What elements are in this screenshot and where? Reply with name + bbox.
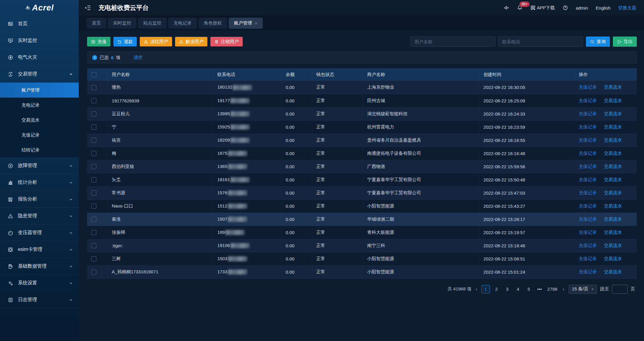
recharge-record-link[interactable]: 充值记录 bbox=[579, 124, 597, 129]
next-page-icon[interactable]: › bbox=[561, 286, 566, 292]
sidebar-item[interactable]: 隐患管理 bbox=[0, 208, 79, 225]
jump-page-input[interactable] bbox=[612, 285, 628, 294]
row-checkbox[interactable] bbox=[91, 204, 96, 209]
row-checkbox[interactable] bbox=[91, 217, 96, 222]
tab[interactable]: 角色授权 × bbox=[198, 18, 227, 29]
sidebar-item[interactable]: 电气火灾 bbox=[0, 49, 79, 66]
page-button[interactable]: 5 bbox=[525, 285, 533, 293]
sidebar-item[interactable]: 充电记录 bbox=[0, 98, 79, 113]
transaction-flow-link[interactable]: 交易流水 bbox=[604, 269, 622, 274]
recharge-record-link[interactable]: 充值记录 bbox=[579, 230, 597, 235]
recharge-record-link[interactable]: 充值记录 bbox=[579, 243, 597, 248]
sidebar-item[interactable]: 交易流水 bbox=[0, 113, 79, 128]
recharge-record-link[interactable]: 充值记录 bbox=[579, 151, 597, 156]
transaction-flow-link[interactable]: 交易流水 bbox=[604, 177, 622, 182]
page-button[interactable]: ••• bbox=[535, 285, 544, 293]
row-checkbox[interactable] bbox=[91, 85, 96, 90]
row-checkbox[interactable] bbox=[91, 230, 96, 235]
recharge-record-link[interactable]: 充值记录 bbox=[579, 111, 597, 116]
transaction-flow-link[interactable]: 交易流水 bbox=[604, 98, 622, 103]
sidebar-item[interactable]: 系统设置 bbox=[0, 275, 79, 292]
recharge-record-link[interactable]: 充值记录 bbox=[579, 177, 597, 182]
tab-close-icon[interactable]: × bbox=[255, 21, 257, 26]
username-search-input[interactable] bbox=[411, 37, 495, 47]
tab[interactable]: 实时监控 × bbox=[108, 18, 136, 29]
tab[interactable]: 站点监控 × bbox=[138, 18, 167, 29]
select-all-checkbox[interactable] bbox=[91, 72, 96, 77]
transaction-flow-link[interactable]: 交易流水 bbox=[604, 151, 622, 156]
recharge-record-link[interactable]: 充值记录 bbox=[579, 98, 597, 103]
tab[interactable]: 充电记录 × bbox=[168, 18, 197, 29]
recharge-record-link[interactable]: 充值记录 bbox=[579, 269, 597, 274]
transaction-flow-link[interactable]: 交易流水 bbox=[604, 256, 622, 261]
theme-switch-link[interactable]: 切换主题 bbox=[618, 5, 636, 11]
transaction-flow-link[interactable]: 交易流水 bbox=[604, 111, 622, 116]
page-button[interactable]: 2 bbox=[492, 285, 501, 293]
tab[interactable]: 首页 × bbox=[86, 18, 106, 29]
transaction-flow-link[interactable]: 交易流水 bbox=[604, 137, 622, 143]
recharge-record-link[interactable]: 充值记录 bbox=[579, 203, 597, 208]
recharge-record-link[interactable]: 充值记录 bbox=[579, 256, 597, 261]
row-checkbox[interactable] bbox=[91, 111, 96, 116]
row-checkbox[interactable] bbox=[91, 190, 96, 195]
transaction-flow-link[interactable]: 交易流水 bbox=[604, 190, 622, 195]
tab[interactable]: 账户管理 × bbox=[229, 18, 263, 29]
phone-search-input[interactable] bbox=[498, 37, 583, 47]
username[interactable]: admin bbox=[576, 5, 588, 10]
transaction-flow-link[interactable]: 交易流水 bbox=[604, 230, 622, 235]
page-button[interactable]: 4 bbox=[514, 285, 522, 293]
sidebar-item[interactable]: esim卡管理 bbox=[0, 241, 79, 258]
page-size-select[interactable]: 15 条/页 ∨ bbox=[569, 285, 597, 294]
prev-page-icon[interactable]: ‹ bbox=[474, 286, 479, 292]
action-button[interactable]: 退款 bbox=[113, 37, 137, 46]
sidebar-item[interactable]: 日志管理 bbox=[0, 292, 79, 308]
mute-icon[interactable] bbox=[504, 5, 509, 10]
transaction-flow-link[interactable]: 交易流水 bbox=[604, 164, 622, 169]
export-button[interactable]: 导出 bbox=[613, 37, 637, 47]
recharge-record-link[interactable]: 充值记录 bbox=[579, 84, 597, 90]
action-button[interactable]: 解冻用户 bbox=[175, 37, 207, 46]
app-download-link[interactable]: APP下载 bbox=[530, 5, 555, 11]
sidebar-item[interactable]: 首页 bbox=[0, 16, 79, 32]
sidebar-item[interactable]: 统计分析 bbox=[0, 174, 79, 191]
language-switch[interactable]: English bbox=[596, 5, 610, 10]
row-checkbox[interactable] bbox=[91, 164, 96, 169]
sidebar-item[interactable]: 故障管理 bbox=[0, 157, 79, 174]
sidebar-item[interactable]: 充值记录 bbox=[0, 128, 79, 143]
sidebar-item[interactable]: 实时监控 bbox=[0, 32, 79, 49]
transaction-flow-link[interactable]: 交易流水 bbox=[604, 84, 622, 90]
sidebar-item[interactable]: 变压器管理 bbox=[0, 225, 79, 241]
page-button[interactable]: 1 bbox=[482, 285, 490, 293]
action-button[interactable]: 冻结用户 bbox=[140, 37, 172, 46]
page-button[interactable]: 3 bbox=[503, 285, 511, 293]
row-checkbox[interactable] bbox=[91, 98, 96, 103]
query-button[interactable]: 查询 bbox=[586, 37, 610, 47]
sidebar-item[interactable]: 结转记录 bbox=[0, 143, 79, 157]
transaction-flow-link[interactable]: 交易流水 bbox=[604, 243, 622, 248]
action-button[interactable]: 注销用户 bbox=[210, 37, 243, 46]
row-checkbox[interactable] bbox=[91, 256, 96, 261]
notification-bell[interactable]: 99+ bbox=[517, 5, 523, 11]
row-checkbox[interactable] bbox=[91, 243, 96, 248]
row-checkbox[interactable] bbox=[91, 151, 96, 156]
recharge-record-link[interactable]: 充值记录 bbox=[579, 164, 597, 169]
recharge-record-link[interactable]: 充值记录 bbox=[579, 137, 597, 143]
transaction-flow-link[interactable]: 交易流水 bbox=[604, 216, 622, 222]
sidebar-item[interactable]: 交易管理 bbox=[0, 66, 79, 83]
clear-selection-link[interactable]: 清空 bbox=[133, 55, 142, 60]
row-checkbox[interactable] bbox=[91, 138, 96, 143]
help-icon[interactable] bbox=[563, 5, 568, 10]
transaction-flow-link[interactable]: 交易流水 bbox=[604, 124, 622, 129]
recharge-record-link[interactable]: 充值记录 bbox=[579, 216, 597, 222]
transaction-flow-link[interactable]: 交易流水 bbox=[604, 203, 622, 208]
recharge-record-link[interactable]: 充值记录 bbox=[579, 190, 597, 195]
action-button[interactable]: 充值 bbox=[87, 37, 110, 46]
row-checkbox[interactable] bbox=[91, 125, 96, 130]
sidebar-item[interactable]: 基础数据管理 bbox=[0, 258, 79, 275]
sidebar-item[interactable]: 报告分析 bbox=[0, 191, 79, 208]
row-checkbox[interactable] bbox=[91, 177, 96, 182]
sidebar-collapse-icon[interactable] bbox=[85, 4, 91, 11]
row-checkbox[interactable] bbox=[91, 269, 96, 275]
sidebar-item[interactable]: 账户管理 bbox=[0, 83, 79, 98]
page-button[interactable]: 2798 bbox=[546, 285, 558, 293]
